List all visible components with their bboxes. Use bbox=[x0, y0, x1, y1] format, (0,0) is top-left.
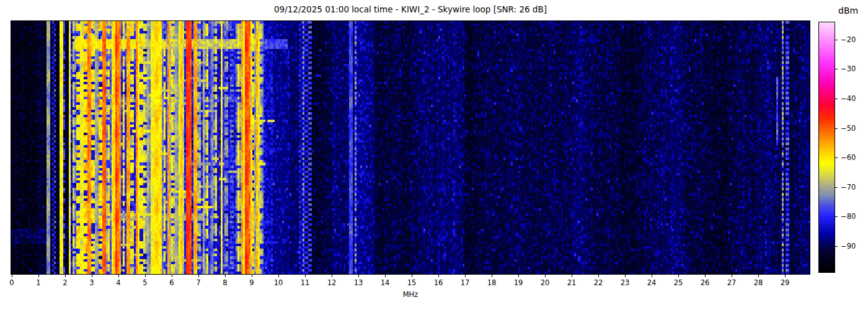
x-tick-label: 5 bbox=[143, 278, 147, 287]
colorbar-tick-label: −30 bbox=[841, 64, 856, 73]
x-tick-mark bbox=[225, 275, 226, 277]
x-tick-mark bbox=[65, 275, 66, 277]
colorbar-unit-label: dBm bbox=[838, 6, 858, 16]
colorbar-tick-label: −80 bbox=[841, 212, 856, 221]
x-tick-label: 8 bbox=[223, 278, 227, 287]
x-tick-mark bbox=[358, 275, 359, 277]
x-tick-mark bbox=[438, 275, 439, 277]
x-tick-label: 0 bbox=[9, 278, 14, 287]
colorbar-tick-mark bbox=[835, 128, 838, 129]
x-tick-label: 6 bbox=[169, 278, 174, 287]
colorbar-tick-mark bbox=[835, 40, 838, 40]
x-tick-label: 3 bbox=[89, 278, 94, 287]
x-tick-label: 27 bbox=[727, 278, 737, 287]
x-tick-label: 16 bbox=[434, 278, 443, 287]
x-tick-label: 24 bbox=[647, 278, 657, 287]
x-tick-label: 4 bbox=[116, 278, 120, 287]
x-tick-label: 26 bbox=[701, 278, 710, 287]
spectrogram-figure: 09/12/2025 01:00 local time - KIWI_2 - S… bbox=[0, 0, 868, 310]
x-tick-mark bbox=[465, 275, 466, 277]
x-tick-mark bbox=[145, 275, 146, 277]
x-tick-mark bbox=[278, 275, 279, 277]
x-tick-label: 22 bbox=[594, 278, 603, 287]
x-tick-mark bbox=[518, 275, 519, 277]
colorbar-tick-mark bbox=[835, 187, 838, 188]
x-tick-mark bbox=[252, 275, 252, 277]
x-tick-label: 20 bbox=[541, 278, 550, 287]
waterfall-plot-area bbox=[11, 20, 810, 275]
colorbar-tick-mark bbox=[835, 157, 838, 158]
x-tick-mark bbox=[118, 275, 119, 277]
x-tick-label: 10 bbox=[274, 278, 283, 287]
x-tick-mark bbox=[545, 275, 546, 277]
x-tick-mark bbox=[92, 275, 92, 277]
x-tick-label: 23 bbox=[621, 278, 630, 287]
chart-title: 09/12/2025 01:00 local time - KIWI_2 - S… bbox=[11, 4, 810, 14]
x-tick-label: 28 bbox=[754, 278, 763, 287]
colorbar-tick-label: −40 bbox=[841, 94, 856, 103]
x-tick-mark bbox=[678, 275, 679, 277]
colorbar-tick-label: −90 bbox=[841, 242, 856, 250]
x-tick-label: 29 bbox=[781, 278, 790, 287]
x-tick-label: 7 bbox=[196, 278, 200, 287]
colorbar-tick-label: −50 bbox=[841, 123, 856, 132]
colorbar-tick-label: −20 bbox=[841, 35, 856, 43]
x-tick-mark bbox=[598, 275, 599, 277]
x-tick-label: 1 bbox=[36, 278, 40, 287]
x-tick-label: 14 bbox=[381, 278, 390, 287]
colorbar-tick-label: −60 bbox=[841, 153, 856, 162]
x-tick-mark bbox=[305, 275, 306, 277]
x-tick-mark bbox=[758, 275, 759, 277]
x-tick-mark bbox=[172, 275, 172, 277]
x-tick-mark bbox=[625, 275, 626, 277]
x-tick-mark bbox=[705, 275, 706, 277]
colorbar-tick-mark bbox=[835, 246, 838, 247]
colorbar-tick-label: −70 bbox=[841, 183, 856, 192]
x-tick-label: 21 bbox=[567, 278, 577, 287]
x-tick-mark bbox=[785, 275, 786, 277]
x-tick-label: 15 bbox=[407, 278, 417, 287]
x-tick-mark bbox=[198, 275, 199, 277]
x-tick-mark bbox=[412, 275, 412, 277]
x-tick-label: 18 bbox=[487, 278, 497, 287]
x-tick-label: 12 bbox=[327, 278, 337, 287]
x-tick-mark bbox=[38, 275, 39, 277]
colorbar-tick-mark bbox=[835, 216, 838, 217]
x-tick-mark bbox=[572, 275, 572, 277]
x-tick-label: 19 bbox=[514, 278, 523, 287]
x-tick-label: 25 bbox=[674, 278, 683, 287]
colorbar-tick-mark bbox=[835, 69, 838, 69]
x-tick-mark bbox=[492, 275, 492, 277]
spectrogram-canvas bbox=[11, 21, 810, 274]
x-tick-mark bbox=[732, 275, 732, 277]
x-tick-label: 11 bbox=[301, 278, 310, 287]
x-tick-label: 17 bbox=[461, 278, 470, 287]
x-tick-label: 13 bbox=[354, 278, 363, 287]
x-tick-mark bbox=[652, 275, 652, 277]
colorbar bbox=[818, 22, 835, 273]
x-tick-label: 2 bbox=[63, 278, 67, 287]
x-tick-mark bbox=[385, 275, 386, 277]
colorbar-gradient bbox=[819, 22, 835, 272]
x-tick-label: 9 bbox=[249, 278, 254, 287]
colorbar-tick-mark bbox=[835, 99, 838, 99]
x-axis-label: MHz bbox=[11, 290, 810, 299]
x-tick-mark bbox=[332, 275, 332, 277]
x-tick-mark bbox=[12, 275, 12, 277]
